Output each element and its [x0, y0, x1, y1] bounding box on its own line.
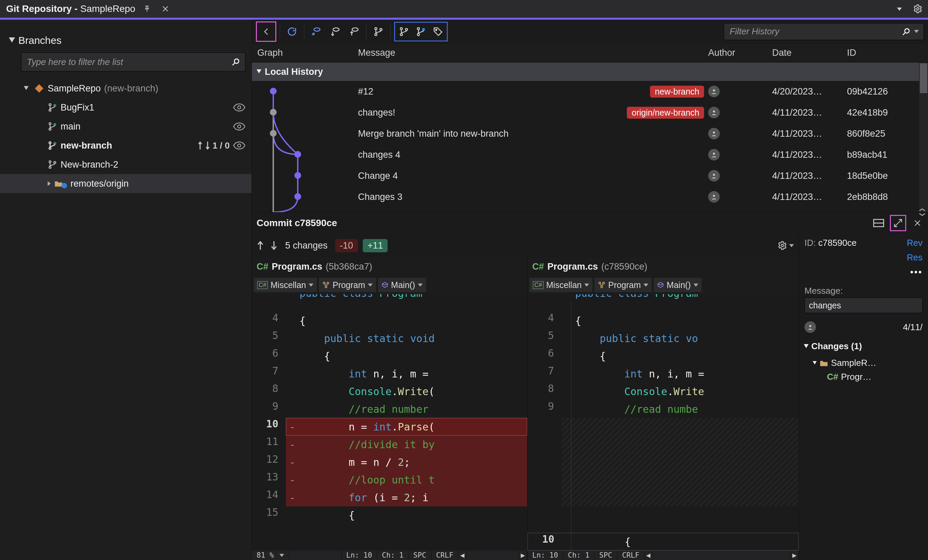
branches-header[interactable]: Branches [0, 23, 252, 52]
svg-marker-69 [813, 361, 817, 365]
svg-point-36 [417, 33, 419, 35]
push-button[interactable] [346, 23, 363, 40]
right-code-view[interactable]: public class Program 4{ 5 public static … [528, 294, 799, 560]
right-file-header: C# Program.cs (c78590ce) [528, 257, 799, 276]
left-status-bar: 81 % Ln: 10 Ch: 1 SPC CRLF ◀ ▶ [252, 551, 527, 560]
close-panel-icon[interactable] [910, 216, 925, 230]
nav-class[interactable]: Program [319, 278, 376, 292]
avatar-icon [708, 170, 720, 181]
svg-point-35 [417, 27, 419, 30]
fetch-button[interactable] [308, 23, 325, 40]
svg-point-25 [62, 183, 67, 189]
split-horizontal-icon[interactable] [872, 216, 886, 230]
gear-icon[interactable] [911, 2, 925, 16]
svg-point-13 [238, 106, 241, 109]
fullscreen-icon[interactable] [891, 217, 905, 230]
svg-point-29 [375, 27, 377, 30]
id-label: ID: [804, 238, 816, 248]
branch-badge: new-branch [650, 86, 704, 97]
scroll-left-icon[interactable]: ◀ [644, 551, 653, 560]
right-nav-bar: C#Miscellan Program Main() [528, 276, 799, 294]
diffstat: -10 +11 [335, 239, 388, 252]
svg-point-67 [809, 325, 811, 327]
nav-class-r[interactable]: Program [595, 278, 652, 292]
svg-point-42 [270, 88, 277, 94]
svg-line-57 [894, 223, 898, 227]
svg-line-7 [232, 63, 235, 65]
branch-new-branch-2[interactable]: New-branch-2 [0, 155, 252, 174]
commit-message-input[interactable] [804, 298, 923, 313]
svg-point-23 [49, 166, 51, 168]
svg-point-22 [49, 161, 51, 163]
svg-point-12 [54, 104, 56, 107]
back-button[interactable] [258, 23, 275, 40]
svg-point-11 [49, 109, 51, 111]
local-branches-button[interactable] [395, 23, 412, 40]
svg-point-27 [333, 27, 339, 31]
remotes-node[interactable]: remotes/origin [0, 174, 252, 193]
avatar-icon [708, 107, 720, 118]
prev-change-icon[interactable] [256, 241, 264, 250]
left-code-view[interactable]: public class Program 4{ 5 public static … [252, 294, 527, 560]
branch-filter-input[interactable] [21, 52, 245, 72]
svg-marker-3 [897, 8, 902, 11]
svg-point-32 [400, 27, 402, 30]
highlight-remote-tag-group [394, 22, 448, 41]
nav-project-r[interactable]: C#Miscellan [530, 278, 592, 292]
branch-bugfix1[interactable]: BugFix1 [0, 98, 252, 117]
chevron-down-icon[interactable] [914, 30, 919, 33]
scroll-left-icon[interactable]: ◀ [458, 551, 467, 560]
svg-marker-9 [35, 84, 44, 93]
revert-link[interactable]: Rev [907, 238, 923, 248]
scroll-right-icon[interactable]: ▶ [519, 551, 527, 560]
svg-point-20 [54, 143, 56, 145]
changed-file[interactable]: C# Progr… [813, 371, 928, 382]
next-change-icon[interactable] [270, 241, 278, 250]
zoom-level[interactable]: 81 % [252, 551, 289, 560]
history-filter-input[interactable] [724, 23, 924, 40]
refresh-button[interactable] [284, 23, 301, 40]
tags-button[interactable] [429, 23, 446, 40]
svg-point-15 [49, 128, 51, 130]
svg-point-45 [295, 151, 301, 158]
remote-branches-button[interactable] [412, 23, 429, 40]
resize-handle-icon[interactable] [916, 208, 928, 216]
scroll-right-icon[interactable]: ▶ [791, 551, 799, 560]
reset-link[interactable]: Res [907, 252, 923, 263]
window-menu-icon[interactable] [893, 2, 906, 16]
left-file-header: C# Program.cs (5b368ca7) [252, 257, 527, 276]
nav-method-r[interactable]: Main() [654, 278, 702, 292]
more-actions-icon[interactable]: ••• [910, 267, 923, 277]
repo-node[interactable]: SampleRepo (new-branch) [0, 79, 252, 98]
svg-point-19 [49, 147, 51, 149]
pull-button[interactable] [327, 23, 344, 40]
avatar-icon [708, 191, 720, 202]
nav-project[interactable]: C#Miscellan [254, 278, 317, 292]
branch-button[interactable] [370, 23, 387, 40]
svg-point-33 [400, 33, 402, 35]
commit-id: c78590ce [818, 238, 856, 248]
svg-point-26 [314, 27, 320, 31]
message-label: Message: [804, 286, 843, 296]
left-nav-bar: C#Miscellan Program Main() [252, 276, 527, 294]
close-icon[interactable] [159, 2, 172, 16]
changes-tree-header[interactable]: Changes (1) [799, 337, 928, 356]
svg-marker-8 [24, 86, 29, 90]
pin-icon[interactable] [140, 2, 154, 16]
branch-main[interactable]: main [0, 117, 252, 136]
diff-settings-button[interactable] [778, 241, 794, 250]
history-columns-header: Graph Message Author Date ID [252, 44, 928, 62]
svg-point-48 [713, 90, 715, 91]
changes-folder[interactable]: SampleR… [813, 358, 928, 368]
svg-marker-68 [804, 344, 809, 348]
svg-point-31 [380, 28, 382, 30]
right-status-bar: Ln: 10 Ch: 1 SPC CRLF ◀ ▶ [528, 551, 799, 560]
avatar-icon [708, 86, 720, 97]
branch-new-branch[interactable]: new-branch 1 / 0 [0, 136, 252, 155]
svg-point-17 [238, 125, 241, 128]
history-scrollbar[interactable] [919, 62, 928, 212]
local-history-section[interactable]: Local History [252, 62, 928, 81]
nav-method[interactable]: Main() [378, 278, 426, 292]
svg-point-46 [295, 172, 301, 179]
avatar-icon [708, 149, 720, 160]
